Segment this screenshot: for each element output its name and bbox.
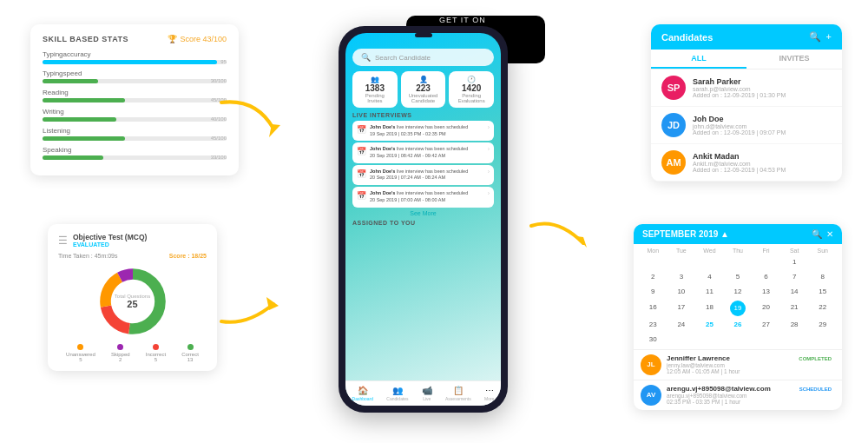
nav-item-candidates[interactable]: 👥Candidates [386, 386, 408, 401]
candidate-info: Ankit Madan Ankit.m@talview.com Added on… [693, 152, 786, 173]
cal-date-cell[interactable]: 4 [695, 270, 724, 283]
cal-date-cell [695, 255, 724, 268]
add-icon-cand[interactable]: + [826, 31, 832, 43]
donut-legend: Unanswered5Skipped2Incorrect5Correct13 [58, 344, 207, 362]
cal-date-cell [667, 255, 696, 268]
skill-label: Writing [43, 108, 227, 116]
cal-event-email: arengu.vj+895098@talview.com [667, 393, 771, 399]
candidate-email: john.d@talview.com [693, 123, 786, 129]
cal-date-cell[interactable]: 16 [639, 301, 667, 316]
phone-search-bar[interactable]: 🔍 Search Candidate [352, 49, 494, 66]
menu-icon: ☰ [58, 235, 68, 247]
cal-date-cell[interactable]: 14 [780, 285, 809, 298]
cal-close-icon[interactable]: ✕ [826, 229, 833, 239]
calendar-title: SEPTEMBER 2019 ▲ [642, 229, 729, 239]
candidate-added: Added on : 12-09-2019 | 01:30 PM [693, 92, 786, 98]
cal-day-label: Mon [639, 248, 667, 254]
cal-date-cell[interactable]: 26 [724, 318, 753, 331]
live-interviews-title: LIVE INTERVIEWS [352, 112, 494, 118]
cal-days-row: MonTueWedThuFriSatSun [639, 248, 837, 254]
interview-text: John Doe's live interview has been sched… [370, 169, 484, 182]
interview-arrow-right: › [488, 169, 490, 175]
cal-date-cell[interactable]: 7 [780, 270, 809, 283]
legend-item: Incorrect5 [146, 344, 166, 362]
cal-day-label: Sun [808, 248, 837, 254]
interview-text: John Doe's live interview has been sched… [370, 146, 484, 159]
calendar-header-icons: 🔍 ✕ [812, 229, 833, 239]
cal-date-cell[interactable]: 23 [639, 318, 667, 331]
interview-calendar-icon: 📅 [357, 169, 366, 178]
skill-bar-bg: 45/100 [43, 98, 227, 102]
nav-item-more[interactable]: ⋯More [484, 386, 494, 401]
interview-calendar-icon: 📅 [357, 147, 366, 155]
cal-date-cell[interactable]: 17 [667, 301, 696, 316]
cal-event-avatar: AV [641, 385, 661, 406]
nav-item-assessments[interactable]: 📋Assessments [445, 386, 471, 401]
cal-date-cell[interactable]: 9 [639, 285, 667, 298]
skill-label: Reading [43, 89, 227, 96]
phone-interviews-list: 📅 John Doe's live interview has been sch… [345, 121, 501, 208]
cal-date-cell[interactable]: 2 [639, 270, 667, 283]
cal-date-cell[interactable]: 5 [724, 270, 753, 283]
legend-item: Correct13 [181, 344, 199, 362]
cal-event-info: arengu.vj+895098@talview.com arengu.vj+8… [667, 385, 771, 405]
candidate-avatar: AM [661, 150, 686, 175]
cal-date-cell[interactable]: 27 [752, 318, 780, 331]
skill-bar-label: 95 [220, 59, 227, 64]
interview-arrow-right: › [488, 124, 490, 130]
cal-day-label: Fri [752, 248, 780, 254]
cal-date-cell[interactable]: 11 [695, 285, 724, 298]
cal-date-cell[interactable]: 3 [667, 270, 696, 283]
cal-date-cell[interactable]: 21 [780, 301, 809, 316]
assigned-to-you-title: ASSIGNED TO YOU [352, 220, 494, 226]
interview-item: 📅 John Doe's live interview has been sch… [352, 165, 494, 185]
cal-date-cell[interactable]: 8 [808, 270, 837, 283]
arrow-from-phone-right [523, 200, 592, 252]
candidate-item: SP Sarah Parker sarah.p@talview.com Adde… [651, 69, 842, 107]
cal-date-cell[interactable]: 15 [808, 285, 837, 298]
see-more-link[interactable]: See More [345, 210, 501, 216]
skill-bar-bg: 45/100 [43, 136, 227, 141]
legend-item: Skipped2 [111, 344, 130, 362]
cal-date-cell[interactable]: 12 [724, 285, 753, 298]
skill-stats-header: SKILL BASED STATS 🏆 Score 43/100 [43, 35, 227, 43]
nav-item-dashboard[interactable]: 🏠Dashboard [352, 386, 373, 401]
tab-all[interactable]: ALL [651, 50, 746, 69]
cal-date-cell[interactable]: 24 [667, 318, 696, 331]
nav-icon: 👥 [392, 386, 403, 395]
nav-icon: 🏠 [358, 386, 368, 395]
nav-icon: 📋 [453, 386, 464, 395]
cal-date-cell[interactable]: 30 [639, 333, 667, 346]
phone-search-placeholder: Search Candidate [375, 54, 431, 62]
arrow-to-phone-bottom [213, 278, 282, 330]
phone-mockup: 🔍 Search Candidate 👥1383PendingInvites👤2… [339, 26, 508, 413]
cal-event-status: COMPLETED [795, 354, 835, 363]
interview-calendar-icon: 📅 [357, 125, 366, 134]
cal-date-cell[interactable]: 6 [752, 270, 780, 283]
cal-dates-grid: 1234567891011121314151617181920212223242… [639, 255, 837, 346]
tab-invites[interactable]: INVITES [746, 50, 842, 69]
cal-date-cell[interactable]: 20 [752, 301, 780, 316]
nav-label: Candidates [386, 396, 408, 401]
cal-date-cell[interactable]: 22 [808, 301, 837, 316]
cal-day-label: Tue [667, 248, 696, 254]
donut-center: Total Questions 25 [115, 294, 150, 309]
cal-date-cell[interactable]: 18 [695, 301, 724, 316]
search-icon-cand[interactable]: 🔍 [809, 31, 821, 43]
skill-bar-label: 33/100 [211, 155, 227, 160]
candidate-name: Joh Doe [693, 115, 786, 123]
cal-date-cell [639, 255, 667, 268]
nav-item-live[interactable]: 📹Live [422, 386, 432, 401]
cal-date-cell[interactable]: 13 [752, 285, 780, 298]
interview-calendar-icon: 📅 [357, 191, 366, 200]
cal-date-cell[interactable]: 29 [808, 318, 837, 331]
cal-date-cell[interactable]: 10 [667, 285, 696, 298]
cal-date-cell[interactable]: 25 [695, 318, 724, 331]
cal-search-icon[interactable]: 🔍 [812, 229, 822, 239]
cal-date-cell[interactable]: 1 [780, 255, 809, 268]
cal-date-cell[interactable]: 28 [780, 318, 809, 331]
cal-date-cell[interactable]: 19 [730, 301, 746, 316]
candidates-title: Candidates [661, 32, 713, 43]
legend-item: Unanswered5 [66, 344, 95, 362]
phone-outer: 🔍 Search Candidate 👥1383PendingInvites👤2… [339, 26, 508, 413]
